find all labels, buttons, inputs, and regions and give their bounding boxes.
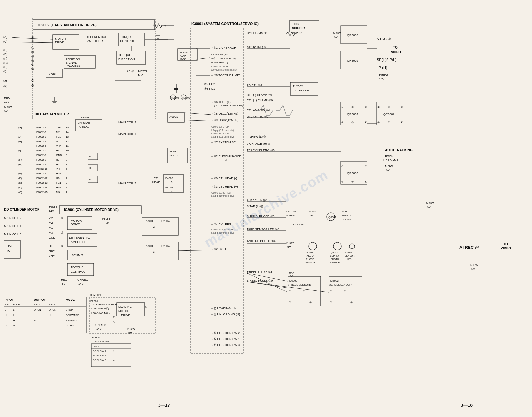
svg-text:TO: TO: [393, 46, 398, 49]
svg-text:TORQUE: TORQUE: [120, 35, 133, 39]
svg-text:AI PB: AI PB: [169, 150, 176, 153]
svg-text:HEAD: HEAD: [152, 181, 161, 184]
svg-text:DRIVE: DRIVE: [55, 41, 64, 44]
svg-text:①: ①: [289, 290, 291, 293]
svg-text:⑤: ⑤: [388, 121, 390, 124]
svg-text:2: 2: [113, 350, 115, 352]
svg-text:H3-: H3-: [56, 149, 60, 152]
svg-text:③: ③: [388, 106, 390, 109]
svg-text:N.SW: N.SW: [309, 210, 316, 213]
svg-text:P4002: P4002: [165, 186, 173, 189]
svg-text:5V: 5V: [287, 245, 291, 248]
svg-text:MOTOR: MOTOR: [55, 37, 66, 40]
svg-text:TL6001: TL6001: [182, 97, 190, 99]
svg-text:HE-: HE-: [49, 244, 54, 248]
svg-text:(F): (F): [18, 172, 22, 175]
svg-text:(H): (H): [18, 158, 22, 161]
svg-text:②: ②: [365, 106, 367, 109]
svg-text:INPUT: INPUT: [5, 298, 14, 301]
svg-text:2: 2: [153, 225, 155, 228]
svg-text:④: ④: [309, 301, 312, 304]
svg-text:H1+: H1+: [56, 186, 61, 189]
svg-text:1: 1: [66, 191, 67, 194]
svg-text:15: 15: [66, 126, 69, 129]
svg-text:N.SW: N.SW: [127, 327, 135, 330]
svg-text:IC6002: IC6002: [330, 279, 339, 282]
svg-text:TORQUE: TORQUE: [118, 53, 131, 57]
svg-text:④: ④: [341, 180, 343, 183]
svg-text:(E): (E): [18, 177, 22, 180]
svg-text:MOTOR: MOTOR: [71, 219, 82, 222]
svg-text:④: ④: [341, 121, 343, 124]
svg-text:⑦2 FG2: ⑦2 FG2: [204, 82, 215, 86]
svg-text:⑤: ⑤: [145, 305, 147, 308]
svg-text:(E): (E): [3, 53, 7, 56]
svg-text:4: 4: [66, 177, 67, 180]
svg-text:REWIND: REWIND: [66, 319, 77, 322]
svg-text:⑥: ⑥: [365, 180, 367, 183]
svg-text:TORQUE: TORQUE: [71, 266, 83, 269]
svg-text:5V: 5V: [128, 331, 132, 334]
svg-text:(I): (I): [18, 149, 21, 152]
svg-text:⑤: ⑤: [351, 180, 354, 183]
svg-text:5V: 5V: [471, 267, 475, 271]
svg-text:FF/REW (L) ⑩: FF/REW (L) ⑩: [247, 135, 266, 138]
svg-text:(T.REEL SENSOR): (T.REEL SENSOR): [288, 283, 311, 286]
svg-text:P2004: P2004: [161, 219, 170, 222]
svg-text:①: ①: [341, 106, 343, 109]
svg-text:R/SF: R/SF: [180, 58, 186, 61]
svg-text:GND: GND: [49, 236, 56, 239]
svg-text:PG/FG: PG/FG: [102, 217, 111, 221]
svg-text:P2901: P2901: [145, 219, 153, 222]
svg-text:SENSOR: SENSOR: [305, 261, 315, 264]
svg-text:Q6001: Q6001: [328, 216, 337, 219]
svg-text:(K): (K): [3, 85, 7, 88]
svg-text:→⑮ POSITION SW 1: →⑮ POSITION SW 1: [211, 337, 240, 341]
svg-text:SENSOR: SENSOR: [345, 255, 355, 257]
svg-text:PIN 1: PIN 1: [34, 303, 40, 306]
svg-text:PG: PG: [294, 22, 299, 26]
svg-text:MAIN COIL 1: MAIN COIL 1: [4, 224, 21, 228]
svg-text:P2002-13: P2002-13: [36, 181, 48, 184]
svg-text:QR6006: QR6006: [347, 172, 358, 175]
svg-text:5V: 5V: [310, 214, 314, 217]
svg-text:P2002-15: P2002-15: [36, 191, 48, 194]
svg-text:X6001: X6001: [169, 115, 178, 118]
svg-text:②: ②: [401, 106, 403, 109]
svg-text:㉒: ㉒: [31, 68, 34, 71]
svg-text:M1: M1: [56, 140, 60, 143]
svg-text:H1: H1: [89, 178, 91, 181]
svg-text:IN: IN: [224, 159, 227, 162]
svg-text:→⑰ POSITION SW 3: →⑰ POSITION SW 3: [211, 343, 240, 347]
svg-text:H3: H3: [89, 155, 91, 158]
svg-text:H: H: [5, 314, 7, 317]
svg-text:TL6002: TL6002: [171, 97, 179, 99]
svg-text:IC2901 (CYLINDER MOTOR DRIVE): IC2901 (CYLINDER MOTOR DRIVE): [64, 208, 119, 212]
svg-text:CTL PULSE: CTL PULSE: [293, 89, 309, 92]
svg-text:POSI.SW 2: POSI.SW 2: [93, 350, 106, 352]
svg-text:5V: 5V: [386, 169, 390, 172]
svg-text:H2-: H2-: [56, 163, 60, 166]
svg-text:DIFFERENTIAL: DIFFERENTIAL: [69, 236, 90, 239]
svg-text:SP(H)/LP(L): SP(H)/LP(L): [377, 58, 396, 62]
svg-text:PIN 5: PIN 5: [5, 303, 12, 306]
svg-text:(G): (G): [3, 61, 8, 65]
svg-text:UNREG: UNREG: [48, 205, 59, 209]
svg-text:P2001: P2001: [90, 300, 98, 303]
svg-text:FG1: FG1: [56, 181, 61, 184]
svg-text:MAIN COIL 3: MAIN COIL 3: [118, 182, 136, 185]
svg-text:MODE: MODE: [66, 298, 75, 301]
svg-text:Q6002: Q6002: [306, 251, 313, 254]
svg-text:VREF: VREF: [49, 72, 57, 75]
svg-text:(A): (A): [18, 126, 22, 129]
svg-text:VH+: VH+: [56, 144, 61, 147]
svg-text:REG: REG: [4, 96, 11, 99]
svg-text:MOTOR: MOTOR: [118, 309, 130, 313]
svg-text:5V: 5V: [4, 109, 8, 113]
svg-text:14V: 14V: [379, 78, 384, 81]
svg-text:DD CAPSTAN MOTOR: DD CAPSTAN MOTOR: [35, 112, 69, 116]
svg-text:→⑨7 SYSTEM SEL: →⑨7 SYSTEM SEL: [211, 141, 237, 144]
svg-text:SHIFTER: SHIFTER: [292, 26, 305, 30]
svg-text:N.SW: N.SW: [426, 201, 434, 205]
svg-text:GND: GND: [93, 345, 99, 348]
